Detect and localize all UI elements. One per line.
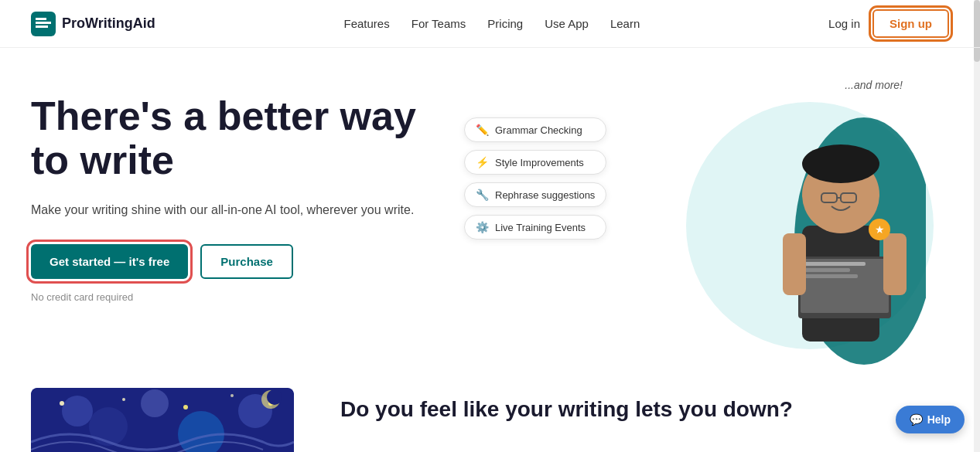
brand-name: ProWritingAid [62,15,155,32]
signup-button[interactable]: Sign up [872,9,949,38]
pill-grammar: ✏️ Grammar Checking [464,117,606,142]
logo-icon [31,12,56,36]
nav-actions: Log in Sign up [828,9,949,38]
svg-rect-14 [883,233,907,295]
person-svg: ★ [709,71,926,380]
svg-point-19 [89,407,128,446]
pill-training-label: Live Training Events [495,222,586,233]
pill-style-label: Style Improvements [495,157,584,168]
nav-features[interactable]: Features [344,17,390,30]
section-right: Do you feel like your writing lets you d… [340,388,949,423]
svg-point-25 [183,405,188,410]
hero-buttons: Get started — it's free Purchase [31,244,433,279]
pill-style: ⚡ Style Improvements [464,150,606,175]
nav-links: Features For Teams Pricing Use App Learn [344,17,640,30]
svg-rect-9 [801,259,889,313]
help-label: Help [927,413,951,426]
svg-point-26 [230,394,234,397]
navbar: ProWritingAid Features For Teams Pricing… [0,0,980,48]
nav-learn[interactable]: Learn [610,17,640,30]
purchase-button[interactable]: Purchase [200,244,293,279]
svg-point-18 [62,396,93,427]
hero-left: There's a better way to write Make your … [31,79,433,303]
hero-title: There's a better way to write [31,94,433,182]
screenshot-preview [31,388,294,452]
person-illustration: ★ [709,71,926,380]
svg-point-4 [802,144,879,183]
get-started-button[interactable]: Get started — it's free [31,244,188,279]
logo-link[interactable]: ProWritingAid [31,12,155,36]
hero-subtitle: Make your writing shine with our all-in-… [31,201,433,219]
login-link[interactable]: Log in [828,17,860,30]
svg-point-24 [122,398,125,401]
feature-pills: ✏️ Grammar Checking ⚡ Style Improvements… [464,117,606,240]
svg-rect-10 [804,262,866,266]
svg-point-20 [141,389,169,417]
svg-rect-13 [783,233,806,295]
help-button[interactable]: 💬 Help [896,406,965,433]
scrollbar[interactable] [974,0,980,452]
training-icon: ⚙️ [476,221,489,233]
second-section-title: Do you feel like your writing lets you d… [340,396,949,423]
grammar-icon: ✏️ [476,124,489,136]
hero-section: There's a better way to write Make your … [0,48,980,372]
svg-text:★: ★ [875,223,885,236]
rephrase-icon: 🔧 [476,189,489,201]
nav-use-app[interactable]: Use App [545,17,589,30]
style-icon: ⚡ [476,156,489,168]
svg-rect-12 [804,274,858,278]
svg-point-29 [267,389,282,405]
pill-training: ⚙️ Live Training Events [464,215,606,240]
svg-rect-11 [804,268,850,272]
nav-pricing[interactable]: Pricing [487,17,523,30]
starry-night-preview [31,388,294,452]
pill-grammar-label: Grammar Checking [495,124,582,136]
svg-point-23 [60,401,64,406]
help-icon: 💬 [910,413,923,426]
hero-right: ...and more! ✏️ Grammar Checking ⚡ Style… [464,79,949,372]
no-credit-text: No credit card required [31,291,433,303]
second-section: Do you feel like your writing lets you d… [0,372,980,452]
nav-for-teams[interactable]: For Teams [411,17,466,30]
screenshot-inner [31,388,294,452]
pill-rephrase: 🔧 Rephrase suggestions [464,182,606,207]
pill-rephrase-label: Rephrase suggestions [495,189,595,201]
